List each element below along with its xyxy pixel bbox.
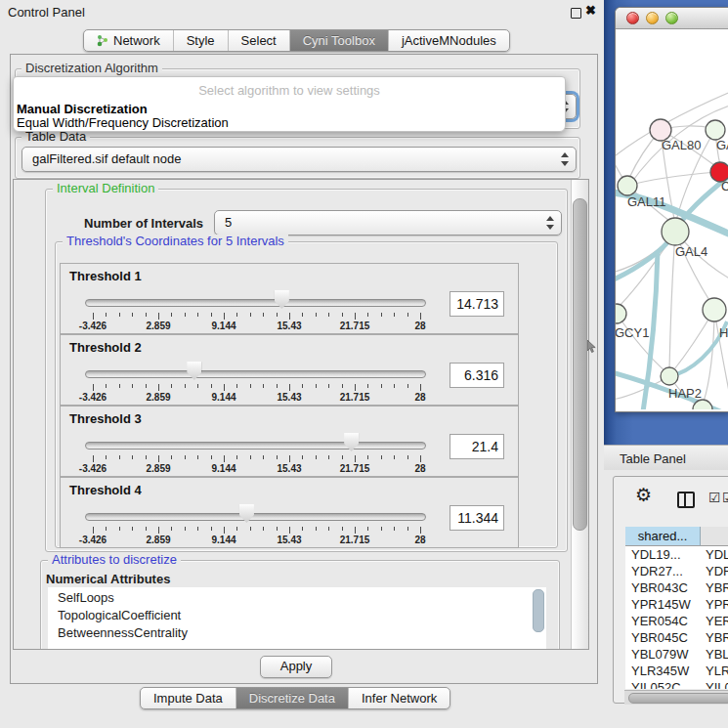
slider-tick-label: -3.426 xyxy=(79,321,107,331)
table-row[interactable]: YBR043CYBR0 xyxy=(625,579,728,596)
apply-button[interactable]: Apply xyxy=(260,656,332,678)
slider-tick xyxy=(316,313,317,317)
slider-tick xyxy=(132,527,133,531)
tab-network[interactable]: Network xyxy=(84,30,173,51)
tab-infer-network[interactable]: Infer Network xyxy=(348,688,450,708)
slider-tick xyxy=(355,455,356,462)
slider-tick xyxy=(367,527,368,531)
table-hscrollbar-track[interactable] xyxy=(624,690,728,705)
network-window-titlebar[interactable] xyxy=(616,8,728,29)
slider-tick-label: 15.43 xyxy=(277,321,301,331)
node-label: GAL11 xyxy=(627,194,666,209)
checkbox-icon[interactable]: ☑ xyxy=(708,490,721,505)
network-node[interactable] xyxy=(618,176,637,195)
attribute-list-item[interactable]: SelfLoops xyxy=(58,590,114,605)
slider-track[interactable] xyxy=(85,299,426,307)
gear-icon[interactable]: ⚙ xyxy=(635,486,652,504)
cell-name: YBL0 xyxy=(706,647,728,662)
slider-tick xyxy=(328,455,329,459)
threshold-value-field[interactable] xyxy=(450,434,504,459)
slider-tick xyxy=(93,313,94,320)
table-row[interactable]: YPR145WYPR1 xyxy=(625,596,728,613)
settings-scrollbar-thumb[interactable] xyxy=(573,198,587,531)
slider-tick-label: 9.144 xyxy=(211,321,236,331)
column-header-name[interactable]: na xyxy=(701,527,728,546)
table-data-combobox[interactable]: galFiltered.sif default node xyxy=(21,147,577,172)
tab-label: Style xyxy=(187,33,215,48)
slider-tick-label: 28 xyxy=(414,463,425,474)
table-row[interactable]: YLR345WYLR3 xyxy=(625,663,728,679)
attributes-list-scrollbar[interactable] xyxy=(533,589,544,632)
algorithm-option[interactable]: Manual Discretization xyxy=(17,102,148,116)
tab-label: Discretize Data xyxy=(249,691,335,706)
slider-tick xyxy=(93,384,94,391)
network-canvas[interactable]: GAL80GACGAL11GAL4GCY1HHAP2 xyxy=(616,27,728,409)
slider-track[interactable] xyxy=(85,370,426,378)
slider-tick xyxy=(289,527,290,534)
slider-tick xyxy=(211,527,212,531)
slider-track[interactable] xyxy=(85,513,426,521)
slider-tick xyxy=(328,384,329,388)
cell-shared-name: YIL052C xyxy=(631,680,681,689)
table-panel-body: ⚙ ☑ ☑ shared... na YDL19...YDL1YDR27...Y… xyxy=(604,470,728,728)
tab-discretize-data[interactable]: Discretize Data xyxy=(236,688,348,708)
algorithm-option[interactable]: Equal Width/Frequency Discretization xyxy=(17,115,229,130)
attribute-list-item[interactable]: TopologicalCoefficient xyxy=(58,608,181,622)
cell-shared-name: YDL19... xyxy=(631,547,681,562)
number-of-intervals-combobox[interactable]: 5 xyxy=(214,210,562,236)
slider-tick xyxy=(355,527,356,534)
tab-impute-data[interactable]: Impute Data xyxy=(141,688,236,708)
slider-tick xyxy=(146,527,147,531)
tab-label: Select xyxy=(241,33,277,48)
network-node[interactable] xyxy=(662,218,689,245)
table-hscrollbar-thumb[interactable] xyxy=(628,693,728,704)
threshold-panel: Threshold 4-3.4262.8599.14415.4321.71528 xyxy=(60,477,519,548)
threshold-value-field[interactable] xyxy=(450,505,504,531)
slider-tick xyxy=(171,313,172,317)
interval-definition-title: Interval Definition xyxy=(53,182,158,195)
zoom-traffic-light-icon[interactable] xyxy=(665,12,678,24)
slider-tick xyxy=(185,455,186,459)
table-row[interactable]: YBL079WYBL0 xyxy=(625,646,728,663)
split-view-icon[interactable] xyxy=(677,492,695,508)
threshold-label: Threshold 1 xyxy=(69,269,142,283)
column-header-shared-name[interactable]: shared... xyxy=(625,527,701,546)
tab-style[interactable]: Style xyxy=(173,30,228,51)
threshold-label: Threshold 3 xyxy=(69,411,142,426)
float-window-icon[interactable] xyxy=(571,8,581,19)
slider-tick xyxy=(420,313,421,320)
threshold-value-field[interactable] xyxy=(450,291,504,317)
attribute-list-item[interactable]: BetweennessCentrality xyxy=(58,625,188,640)
threshold-value-field[interactable] xyxy=(450,363,504,388)
slider-tick xyxy=(224,455,225,462)
tab-jactivemnodules[interactable]: jActiveMNodules xyxy=(388,30,509,51)
tab-select[interactable]: Select xyxy=(228,30,289,51)
slider-tick xyxy=(250,455,251,459)
table-row[interactable]: YIL052CYIL0 xyxy=(625,679,728,689)
minimize-traffic-light-icon[interactable] xyxy=(646,12,659,24)
network-node[interactable] xyxy=(703,298,726,321)
slider-tick xyxy=(197,313,198,317)
network-node[interactable] xyxy=(661,367,678,385)
table-row[interactable]: YDR27...YDR2 xyxy=(625,563,728,579)
close-icon[interactable]: ✖ xyxy=(585,3,596,18)
slider-track[interactable] xyxy=(85,442,426,450)
threshold-panel: Threshold 2-3.4262.8599.14415.4321.71528 xyxy=(60,334,519,406)
tab-label: Network xyxy=(113,33,160,48)
network-node[interactable] xyxy=(706,120,725,140)
checkbox-icon[interactable]: ☑ xyxy=(722,490,728,505)
tab-cyni-toolbox[interactable]: Cyni Toolbox xyxy=(289,30,388,51)
slider-tick xyxy=(106,384,107,388)
slider-tick xyxy=(197,527,198,531)
node-label: H xyxy=(719,325,728,340)
close-traffic-light-icon[interactable] xyxy=(626,12,639,24)
cell-name: YLR3 xyxy=(706,664,728,678)
slider-tick xyxy=(250,384,251,388)
slider-tick xyxy=(355,313,356,320)
network-node[interactable] xyxy=(616,304,626,323)
table-row[interactable]: YBR045CYBR0 xyxy=(625,629,728,646)
table-row[interactable]: YDL19...YDL1 xyxy=(625,546,728,563)
slider-tick xyxy=(342,384,343,388)
table-row[interactable]: YER054CYER0 xyxy=(625,613,728,629)
attributes-list[interactable]: SelfLoopsTopologicalCoefficientBetweenne… xyxy=(48,587,546,650)
